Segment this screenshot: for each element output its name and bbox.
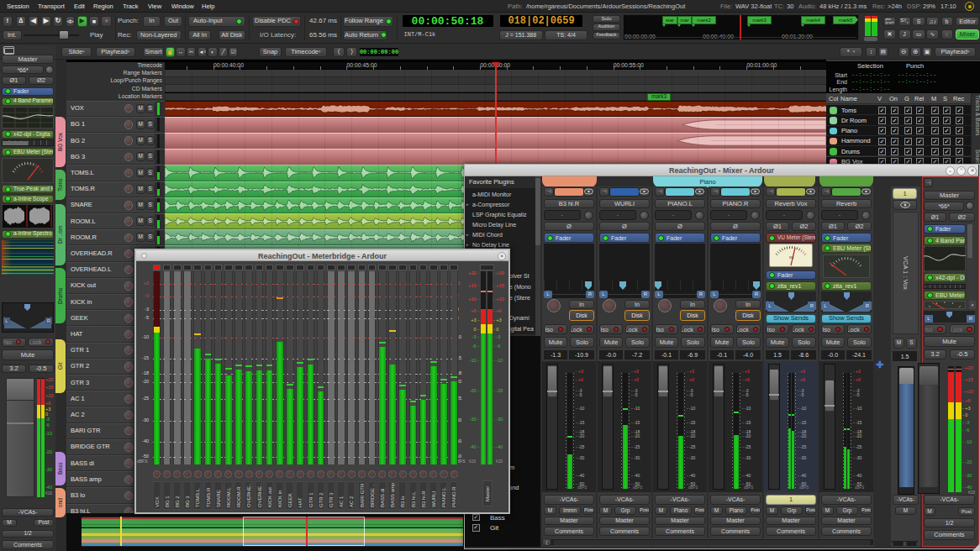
svg-text:vu: vu [789,255,794,260]
